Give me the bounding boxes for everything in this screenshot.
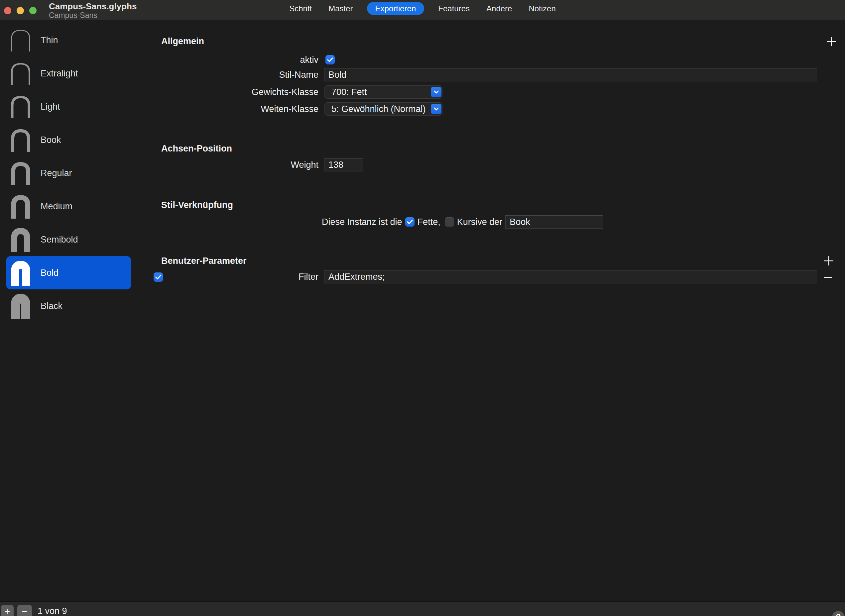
instance-name-label: Thin (41, 35, 58, 45)
add-parameter-button[interactable] (824, 256, 834, 266)
instance-name-label: Medium (41, 201, 72, 212)
weiten-klasse-value: 5: Gewöhnlich (Normal) (331, 104, 426, 114)
style-linking-prefix: Diese Instanz ist die (322, 217, 402, 227)
aktiv-row: aktiv (139, 53, 817, 66)
plus-icon (826, 37, 836, 47)
n-glyph-preview (10, 227, 31, 252)
instance-row-medium[interactable]: Medium (6, 190, 131, 223)
section-title-benutzer-parameter: Benutzer-Parameter (161, 256, 247, 266)
plus-icon: + (4, 606, 10, 616)
n-glyph-preview (10, 128, 31, 152)
instance-name-label: Semibold (41, 235, 78, 245)
stil-name-row: Stil-Name (139, 68, 817, 81)
weiten-klasse-row: Weiten-Klasse 5: Gewöhnlich (Normal) (139, 102, 817, 116)
tab-features[interactable]: Features (435, 2, 472, 15)
stil-name-label: Stil-Name (139, 68, 319, 81)
section-title-stil-verknuepfung: Stil-Verknüpfung (161, 200, 233, 210)
gewichts-klasse-label: Gewichts-Klasse (139, 85, 319, 99)
weiten-klasse-popup-button (431, 104, 441, 114)
stil-verknuepfung-row: Diese Instanz ist die Fette, Kursive der (139, 215, 817, 228)
add-instance-footer-button[interactable]: + (1, 605, 14, 616)
instance-row-thin[interactable]: Thin (6, 23, 131, 57)
plus-icon (824, 256, 834, 266)
n-glyph-preview (10, 29, 31, 51)
n-glyph-preview (10, 161, 31, 185)
check-icon (407, 220, 413, 224)
n-glyph-preview (10, 62, 31, 85)
n-glyph-preview (10, 260, 31, 286)
instances-sidebar: ThinExtralightLightBookRegularMediumSemi… (0, 20, 139, 601)
fette-label: Fette, (417, 217, 441, 227)
tab-master[interactable]: Master (326, 2, 356, 15)
instance-row-black[interactable]: Black (6, 289, 131, 323)
remove-instance-footer-button[interactable]: − (17, 605, 32, 616)
section-title-allgemein: Allgemein (161, 36, 204, 47)
weight-axis-row: Weight (139, 158, 817, 172)
tab-andere[interactable]: Andere (483, 2, 514, 15)
weight-axis-input[interactable] (324, 158, 363, 172)
kursive-der-label: Kursive der (457, 217, 503, 227)
fette-checkbox[interactable] (405, 217, 414, 227)
instance-row-extralight[interactable]: Extralight (6, 57, 131, 90)
filter-parameter-label: Filter (139, 270, 319, 283)
minus-icon: − (22, 606, 28, 616)
filter-parameter-input[interactable] (324, 270, 817, 283)
remove-parameter-button[interactable] (823, 273, 833, 282)
instances-list: ThinExtralightLightBookRegularMediumSemi… (0, 23, 139, 323)
tab-bar: SchriftMasterExportierenFeaturesAndereNo… (0, 1, 845, 15)
n-glyph-preview (10, 95, 31, 118)
n-glyph-preview (10, 293, 31, 319)
instance-row-book[interactable]: Book (6, 123, 131, 157)
weight-axis-label: Weight (139, 158, 319, 172)
weiten-klasse-label: Weiten-Klasse (139, 102, 319, 116)
gewichts-klasse-popup-button (431, 87, 441, 97)
aktiv-checkbox[interactable] (325, 55, 335, 65)
kursive-checkbox[interactable] (445, 217, 454, 227)
chevron-down-icon (434, 107, 439, 111)
gewichts-klasse-value: 700: Fett (331, 87, 367, 97)
instance-name-label: Extralight (41, 69, 78, 79)
add-instance-button[interactable] (826, 37, 836, 47)
help-button[interactable]: ? (832, 611, 845, 616)
instance-row-light[interactable]: Light (6, 90, 131, 123)
gewichts-klasse-popup[interactable]: 700: Fett (324, 85, 443, 99)
instance-name-label: Light (41, 102, 60, 112)
status-bar: + − 1 von 9 ? (0, 601, 845, 616)
check-icon (327, 57, 333, 62)
instance-row-bold[interactable]: Bold (6, 256, 131, 289)
stil-name-input[interactable] (324, 68, 817, 81)
instance-row-regular[interactable]: Regular (6, 157, 131, 190)
instance-row-semibold[interactable]: Semibold (6, 223, 131, 256)
minus-icon (824, 273, 832, 282)
tab-schrift[interactable]: Schrift (287, 2, 314, 15)
title-bar: Campus-Sans.glyphs Campus-Sans SchriftMa… (0, 0, 845, 20)
link-target-input[interactable] (505, 215, 603, 229)
gewichts-klasse-row: Gewichts-Klasse 700: Fett (139, 85, 817, 99)
aktiv-label: aktiv (139, 53, 319, 66)
tab-notizen[interactable]: Notizen (526, 2, 558, 15)
instance-settings-panel: Allgemein aktiv Stil-Name Gewichts-Klass… (139, 20, 845, 601)
weiten-klasse-popup[interactable]: 5: Gewöhnlich (Normal) (324, 102, 443, 116)
question-icon: ? (836, 612, 841, 616)
tab-exportieren[interactable]: Exportieren (367, 2, 425, 15)
chevron-down-icon (434, 90, 439, 94)
instance-name-label: Bold (41, 268, 59, 278)
n-glyph-preview (10, 194, 31, 219)
filter-parameter-row: Filter (139, 270, 817, 283)
instance-name-label: Black (41, 301, 63, 311)
instance-count-label: 1 von 9 (38, 602, 67, 616)
section-title-achsen-position: Achsen-Position (161, 144, 232, 154)
instance-name-label: Regular (41, 168, 72, 178)
instance-name-label: Book (41, 135, 61, 145)
